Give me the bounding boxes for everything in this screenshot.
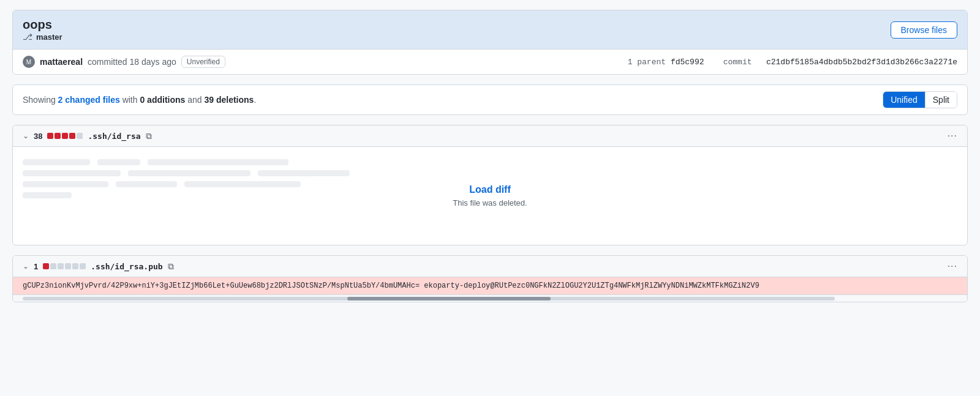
stats-prefix: Showing [23, 95, 58, 105]
load-diff-center-1: Load diff This file was deleted. [453, 184, 527, 207]
commit-full-hash: c21dbf5185a4dbdb5b2bd2f3d1d3b266c3a2271e [766, 58, 957, 67]
additions-text: 0 additions [140, 95, 185, 105]
commit-title: oops [23, 18, 62, 32]
diff-code-line-1: gCUPz3nionKvMjvPvrd/42P9xw+niY+3gJEtIZjM… [13, 277, 967, 294]
stats-and: and [185, 95, 204, 105]
dots-menu-2[interactable]: ··· [948, 261, 957, 272]
stats-mid: with [120, 95, 140, 105]
browse-files-button[interactable]: Browse files [891, 21, 957, 39]
file-deleted-text-1: This file was deleted. [453, 198, 527, 207]
dots-menu-1[interactable]: ··· [948, 130, 957, 141]
diff-block-r2 [55, 133, 61, 139]
diff-block-2-g3 [65, 263, 71, 269]
diff-block-r3 [62, 133, 68, 139]
scrollbar-track[interactable] [23, 297, 835, 301]
diff-block-r4 [69, 133, 75, 139]
unverified-badge: Unverified [181, 56, 225, 68]
scrollbar-area[interactable] [13, 294, 967, 302]
deletions-text: 39 deletions [204, 95, 254, 105]
commit-title-section: oops ⎇ master [23, 18, 62, 42]
diff-block-2-g4 [72, 263, 78, 269]
diff-card-1: ⌄ 38 .ssh/id_rsa ⧉ ··· [12, 125, 968, 245]
split-button[interactable]: Split [925, 92, 957, 108]
copy-icon-2[interactable]: ⧉ [168, 261, 174, 272]
diff-blocks-1 [47, 133, 83, 139]
parent-label: 1 parent [628, 58, 666, 67]
parent-hash: fd5c992 [671, 58, 704, 67]
diff-code-body-2: gCUPz3nionKvMjvPvrd/42P9xw+niY+3gJEtIZjM… [13, 277, 967, 294]
diff-header-2: ⌄ 1 .ssh/id_rsa.pub ⧉ ··· [13, 256, 967, 277]
diff-header-left-2: ⌄ 1 .ssh/id_rsa.pub ⧉ [23, 261, 174, 272]
commit-meta-left: M mattaereal committed 18 days ago Unver… [23, 56, 225, 68]
diff-body-1: Load diff This file was deleted. [13, 147, 967, 245]
diff-header-1: ⌄ 38 .ssh/id_rsa ⧉ ··· [13, 125, 967, 147]
commit-author: mattaereal [40, 57, 83, 67]
stats-text: Showing 2 changed files with 0 additions… [23, 95, 256, 105]
unified-button[interactable]: Unified [883, 92, 925, 108]
scrollbar-thumb[interactable] [347, 297, 551, 301]
diff-block-r1 [47, 133, 53, 139]
commit-meta-right: 1 parent fd5c992 commit c21dbf5185a4dbdb… [628, 58, 957, 67]
diff-block-2-r1 [43, 263, 49, 269]
diff-count-1: 38 [34, 132, 42, 141]
view-toggle: Unified Split [883, 91, 957, 108]
diff-block-2-g2 [58, 263, 64, 269]
diff-block-2-g1 [50, 263, 56, 269]
diff-blocks-2 [43, 263, 86, 269]
commit-block: oops ⎇ master Browse files M mattaereal … [12, 10, 968, 75]
load-diff-link-1[interactable]: Load diff [453, 184, 527, 195]
diff-card-2: ⌄ 1 .ssh/id_rsa.pub ⧉ ··· gCUPz3nionKvMj… [12, 255, 968, 302]
stats-bar: Showing 2 changed files with 0 additions… [12, 84, 968, 115]
diff-block-g1 [77, 133, 83, 139]
diff-filename-2: .ssh/id_rsa.pub [91, 262, 162, 271]
diff-filename-1: .ssh/id_rsa [88, 132, 140, 141]
copy-icon-1[interactable]: ⧉ [146, 131, 152, 141]
diff-count-2: 1 [34, 262, 38, 271]
branch-row: ⎇ master [23, 32, 62, 42]
collapse-icon-1[interactable]: ⌄ [23, 132, 29, 140]
page-container: oops ⎇ master Browse files M mattaereal … [12, 10, 968, 302]
collapse-icon-2[interactable]: ⌄ [23, 262, 29, 271]
changed-files-link[interactable]: 2 changed files [58, 95, 120, 105]
commit-header-top: oops ⎇ master Browse files [13, 10, 967, 49]
branch-name: master [36, 32, 62, 42]
diff-block-2-g5 [80, 263, 86, 269]
commit-time: committed 18 days ago [88, 57, 176, 67]
commit-header-bottom: M mattaereal committed 18 days ago Unver… [13, 49, 967, 74]
diff-header-left-1: ⌄ 38 .ssh/id_rsa ⧉ [23, 131, 152, 141]
avatar: M [23, 56, 35, 68]
commit-label: commit [723, 58, 752, 67]
stats-suffix: . [254, 95, 256, 105]
diff-code-content-1: gCUPz3nionKvMjvPvrd/42P9xw+niY+3gJEtIZjM… [23, 278, 760, 294]
branch-icon: ⎇ [23, 32, 32, 42]
